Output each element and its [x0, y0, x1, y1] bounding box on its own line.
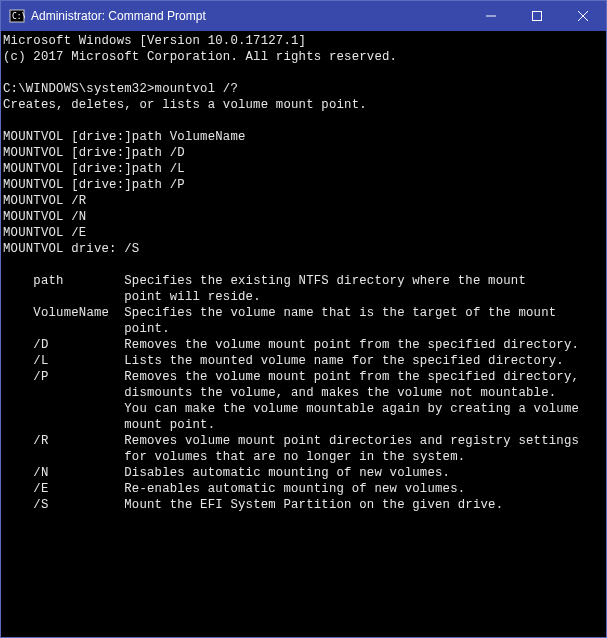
terminal-line: VolumeName Specifies the volume name tha…	[3, 305, 604, 321]
terminal-line: MOUNTVOL drive: /S	[3, 241, 604, 257]
terminal-line: MOUNTVOL [drive:]path /L	[3, 161, 604, 177]
terminal-line: MOUNTVOL [drive:]path /P	[3, 177, 604, 193]
terminal-line: Microsoft Windows [Version 10.0.17127.1]	[3, 33, 604, 49]
terminal-line: point will reside.	[3, 289, 604, 305]
terminal-line	[3, 113, 604, 129]
terminal-line: for volumes that are no longer in the sy…	[3, 449, 604, 465]
close-button[interactable]	[560, 1, 606, 31]
maximize-button[interactable]	[514, 1, 560, 31]
terminal-line: point.	[3, 321, 604, 337]
terminal-line: MOUNTVOL [drive:]path VolumeName	[3, 129, 604, 145]
terminal-line: /E Re-enables automatic mounting of new …	[3, 481, 604, 497]
command-prompt-window: C:\ Administrator: Command Prompt Micros…	[0, 0, 607, 638]
terminal-line: C:\WINDOWS\system32>mountvol /?	[3, 81, 604, 97]
terminal-line: /R Removes volume mount point directorie…	[3, 433, 604, 449]
terminal-line	[3, 65, 604, 81]
window-controls	[468, 1, 606, 31]
terminal-line: MOUNTVOL /E	[3, 225, 604, 241]
window-title: Administrator: Command Prompt	[31, 9, 468, 23]
minimize-button[interactable]	[468, 1, 514, 31]
svg-rect-3	[533, 12, 542, 21]
terminal-line: You can make the volume mountable again …	[3, 401, 604, 417]
terminal-line: /D Removes the volume mount point from t…	[3, 337, 604, 353]
terminal-line: (c) 2017 Microsoft Corporation. All righ…	[3, 49, 604, 65]
svg-text:C:\: C:\	[12, 12, 25, 21]
terminal-line	[3, 257, 604, 273]
terminal-line: MOUNTVOL /N	[3, 209, 604, 225]
terminal-line: dismounts the volume, and makes the volu…	[3, 385, 604, 401]
app-icon: C:\	[9, 8, 25, 24]
terminal-line: MOUNTVOL /R	[3, 193, 604, 209]
terminal-line: MOUNTVOL [drive:]path /D	[3, 145, 604, 161]
terminal-line: /N Disables automatic mounting of new vo…	[3, 465, 604, 481]
terminal-output[interactable]: Microsoft Windows [Version 10.0.17127.1]…	[1, 31, 606, 637]
terminal-line: Creates, deletes, or lists a volume moun…	[3, 97, 604, 113]
titlebar[interactable]: C:\ Administrator: Command Prompt	[1, 1, 606, 31]
terminal-line: /S Mount the EFI System Partition on the…	[3, 497, 604, 513]
terminal-line: path Specifies the existing NTFS directo…	[3, 273, 604, 289]
terminal-line: /P Removes the volume mount point from t…	[3, 369, 604, 385]
terminal-line: /L Lists the mounted volume name for the…	[3, 353, 604, 369]
terminal-line: mount point.	[3, 417, 604, 433]
